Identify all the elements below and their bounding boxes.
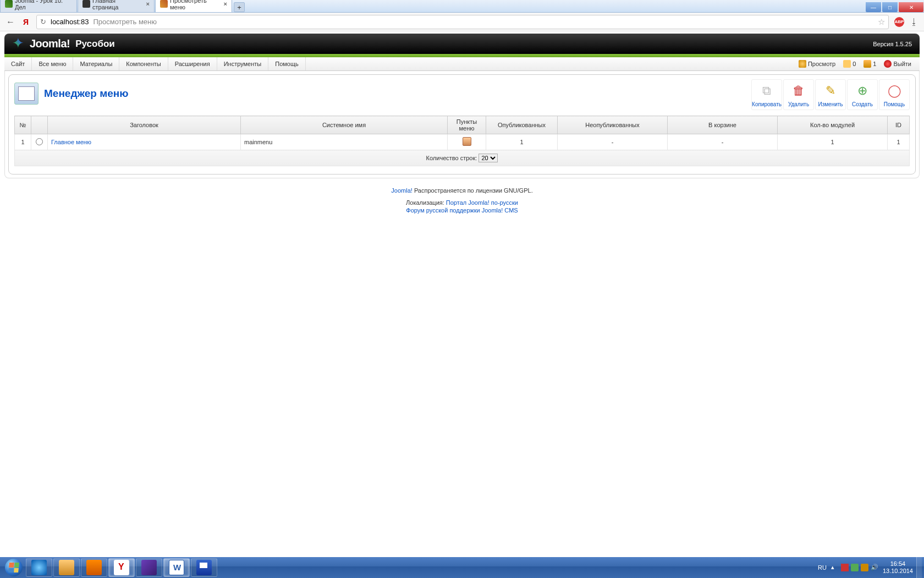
status-users[interactable]: 1 <box>861 60 879 68</box>
browser-tab-2[interactable]: Просмотреть меню × <box>155 0 232 12</box>
rows-per-page-select[interactable]: 20 <box>479 154 498 162</box>
browser-logo-icon[interactable]: Я <box>21 17 31 27</box>
window-minimize-button[interactable]: — <box>866 2 881 12</box>
users-icon <box>864 60 871 68</box>
cell-items <box>448 134 486 150</box>
system-tray: RU ▴ 🔊 16:54 13.10.2014 <box>818 560 916 575</box>
action-toolbar: ⧉ Копировать 🗑 Удалить ✎ Изменить ⊕ Созд… <box>751 79 910 110</box>
status-logout[interactable]: Выйти <box>881 60 914 68</box>
tray-language[interactable]: RU <box>818 564 827 571</box>
tab-title: Joomla - Урок 10. Дел <box>15 0 72 10</box>
taskbar-browser[interactable] <box>108 558 135 577</box>
footer-loc-label: Локализация: <box>406 199 446 206</box>
address-host: localhost:83 <box>51 18 89 26</box>
taskbar-explorer[interactable] <box>53 558 80 577</box>
toolbar-new-button[interactable]: ⊕ Создать <box>847 79 878 110</box>
new-tab-button[interactable]: + <box>234 2 245 12</box>
toolbar-delete-button[interactable]: 🗑 Удалить <box>783 79 814 110</box>
tab-title: Главная страница <box>92 0 142 10</box>
taskbar-ie[interactable] <box>26 558 52 577</box>
content-inner: Менеджер меню ⧉ Копировать 🗑 Удалить ✎ И… <box>8 74 916 175</box>
toolbar-help-button[interactable]: ◯ Помощь <box>879 79 910 110</box>
cell-sysname: mainmenu <box>241 134 448 150</box>
tab-close-icon[interactable]: × <box>146 1 150 7</box>
taskbar-save-app[interactable] <box>191 558 217 577</box>
tab-favicon <box>82 0 90 8</box>
th-trash[interactable]: В корзине <box>668 116 778 134</box>
th-unpublished[interactable]: Неопубликованных <box>558 116 668 134</box>
tray-action-center-icon[interactable] <box>861 564 868 571</box>
toolbar-copy-button[interactable]: ⧉ Копировать <box>751 79 782 110</box>
mail-icon <box>843 60 851 68</box>
taskbar-media-player[interactable] <box>81 558 107 577</box>
cell-select <box>31 134 48 150</box>
taskbar-visual-studio[interactable] <box>136 558 162 577</box>
menu-tools[interactable]: Инструменты <box>217 57 269 70</box>
tab-close-icon[interactable]: × <box>224 1 227 7</box>
status-preview[interactable]: Просмотр <box>796 60 838 68</box>
cell-published: 1 <box>486 134 558 150</box>
menu-help[interactable]: Помощь <box>268 57 306 70</box>
adblock-icon[interactable]: ABP <box>894 17 904 27</box>
show-desktop-button[interactable] <box>916 557 922 578</box>
tray-icons: ▴ 🔊 <box>831 564 878 571</box>
browser-tab-1[interactable]: Главная страница × <box>78 0 155 12</box>
menu-title-link[interactable]: Главное меню <box>51 139 91 145</box>
th-title[interactable]: Заголовок <box>48 116 241 134</box>
toolbar-edit-button[interactable]: ✎ Изменить <box>815 79 846 110</box>
th-modules[interactable]: Кол-во модулей <box>778 116 888 134</box>
menu-extensions[interactable]: Расширения <box>168 57 217 70</box>
tab-title: Просмотреть меню <box>170 0 219 10</box>
taskbar-word[interactable] <box>163 558 190 577</box>
reload-icon[interactable]: ↻ <box>40 18 46 26</box>
th-items: Пункты меню <box>448 116 486 134</box>
menu-site[interactable]: Сайт <box>4 57 32 70</box>
tray-show-hidden-icon[interactable]: ▴ <box>831 564 839 571</box>
tray-network-icon[interactable] <box>851 564 859 571</box>
cell-title: Главное меню <box>48 134 241 150</box>
back-button[interactable]: ← <box>6 17 15 27</box>
lifebuoy-icon: ◯ <box>886 83 903 99</box>
address-page-title: Просмотреть меню <box>93 18 157 26</box>
table-row: 1 Главное меню mainmenu 1 - - 1 1 <box>15 134 910 150</box>
yandex-browser-icon <box>114 560 129 575</box>
cell-num: 1 <box>15 134 31 150</box>
copy-icon: ⧉ <box>758 83 775 99</box>
cell-modules: 1 <box>778 134 888 150</box>
visual-studio-icon <box>141 560 157 575</box>
window-close-button[interactable]: ✕ <box>899 2 923 12</box>
th-select <box>31 116 48 134</box>
tray-time: 16:54 <box>883 560 913 568</box>
plus-circle-icon: ⊕ <box>854 83 871 99</box>
browser-tab-0[interactable]: Joomla - Урок 10. Дел <box>0 0 77 12</box>
menu-items-icon[interactable] <box>463 137 471 146</box>
tray-volume-icon[interactable]: 🔊 <box>871 564 878 571</box>
media-player-icon <box>86 560 102 575</box>
row-select-radio[interactable] <box>36 138 43 145</box>
explorer-icon <box>59 560 74 575</box>
tab-favicon <box>5 0 13 8</box>
status-messages[interactable]: 0 <box>840 60 859 68</box>
address-field[interactable]: ↻ localhost:83 Просмотреть меню ☆ <box>36 15 889 29</box>
joomla-logo-icon <box>12 37 26 51</box>
start-orb-icon <box>5 559 23 576</box>
tray-flag-icon[interactable] <box>841 564 849 571</box>
cell-trash: - <box>668 134 778 150</box>
bookmark-star-icon[interactable]: ☆ <box>878 17 885 27</box>
downloads-icon[interactable]: ⭳ <box>910 17 919 27</box>
menu-menus[interactable]: Все меню <box>32 57 73 70</box>
menu-components[interactable]: Компоненты <box>119 57 168 70</box>
th-sysname[interactable]: Системное имя <box>241 116 448 134</box>
th-published[interactable]: Опубликованных <box>486 116 558 134</box>
pencil-icon: ✎ <box>822 83 839 99</box>
footer-license-text: Распространяется по лицензии GNU/GPL. <box>413 187 533 194</box>
tray-clock[interactable]: 16:54 13.10.2014 <box>883 560 913 575</box>
table-footer: Количество строк: 20 <box>15 150 910 166</box>
footer-joomla-link[interactable]: Joomla! <box>391 187 413 194</box>
window-maximize-button[interactable]: □ <box>882 2 898 12</box>
menu-content[interactable]: Материалы <box>73 57 119 70</box>
footer-forum-link[interactable]: Форум русской поддержки Joomla! CMS <box>406 207 518 214</box>
start-button[interactable] <box>2 557 25 578</box>
th-id[interactable]: ID <box>888 116 910 134</box>
footer-loc-link[interactable]: Портал Joomla! по-русски <box>446 199 518 206</box>
